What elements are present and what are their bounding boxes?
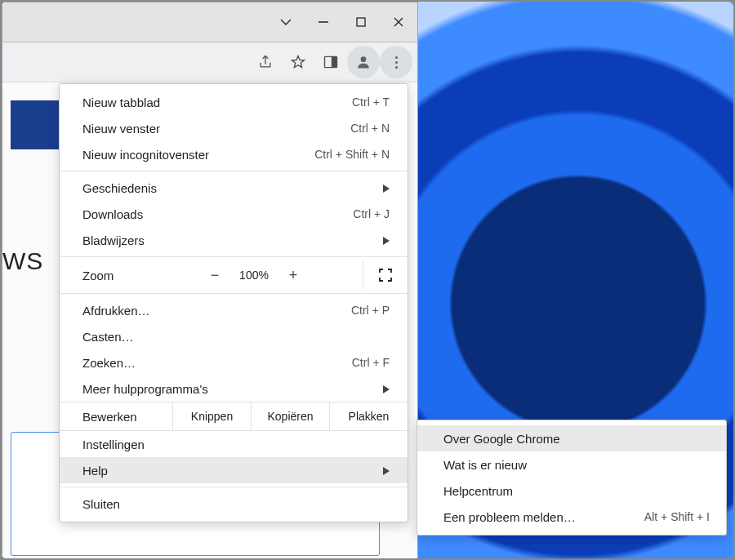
menu-item-find[interactable]: Zoeken… Ctrl + F xyxy=(60,349,408,376)
menu-label: Instellingen xyxy=(82,438,390,451)
submenu-arrow-icon xyxy=(383,233,390,247)
page-text-fragment: WS xyxy=(2,247,43,275)
menu-shortcut: Alt + Shift + I xyxy=(644,510,710,523)
menu-label: Downloads xyxy=(82,207,353,221)
window-title-bar xyxy=(2,2,417,42)
menu-label: Geschiedenis xyxy=(82,181,383,195)
menu-item-new-incognito[interactable]: Nieuw incognitovenster Ctrl + Shift + N xyxy=(60,141,408,167)
menu-item-settings[interactable]: Instellingen xyxy=(60,431,408,457)
submenu-item-about-chrome[interactable]: Over Google Chrome xyxy=(417,425,726,451)
menu-item-edit-row: Bewerken Knippen Kopiëren Plakken xyxy=(60,402,408,431)
fullscreen-button[interactable] xyxy=(363,260,408,290)
svg-marker-4 xyxy=(292,56,305,68)
menu-label: Bladwijzers xyxy=(82,233,383,247)
menu-item-exit[interactable]: Sluiten xyxy=(60,491,408,517)
edit-cut-button[interactable]: Knippen xyxy=(172,402,251,430)
menu-label: Bewerken xyxy=(60,402,172,430)
profile-avatar-icon[interactable] xyxy=(347,46,380,78)
menu-label: Meer hulpprogramma's xyxy=(82,382,383,396)
menu-item-downloads[interactable]: Downloads Ctrl + J xyxy=(60,201,408,227)
submenu-arrow-icon xyxy=(383,382,390,396)
menu-label: Wat is er nieuw xyxy=(443,458,710,472)
zoom-out-button[interactable]: − xyxy=(198,267,231,284)
edit-paste-button[interactable]: Plakken xyxy=(329,402,408,430)
bookmark-star-icon[interactable] xyxy=(282,46,314,78)
window-close-button[interactable] xyxy=(380,2,417,42)
menu-shortcut: Ctrl + P xyxy=(351,304,390,317)
submenu-arrow-icon xyxy=(383,181,390,195)
page-header-fragment xyxy=(11,100,60,149)
menu-item-new-window[interactable]: Nieuw venster Ctrl + N xyxy=(60,115,408,141)
browser-toolbar xyxy=(2,42,417,82)
menu-label: Help xyxy=(82,464,383,478)
svg-point-7 xyxy=(361,56,367,62)
menu-item-more-tools[interactable]: Meer hulpprogramma's xyxy=(60,376,408,402)
menu-label: Casten… xyxy=(82,330,390,344)
chrome-main-menu: Nieuw tabblad Ctrl + T Nieuw venster Ctr… xyxy=(59,83,408,522)
menu-shortcut: Ctrl + F xyxy=(352,356,390,369)
menu-separator xyxy=(60,487,408,487)
zoom-in-button[interactable]: + xyxy=(277,267,310,284)
zoom-value: 100% xyxy=(231,269,277,282)
svg-rect-6 xyxy=(332,56,337,67)
menu-label: Nieuw venster xyxy=(82,122,350,136)
menu-label: Een probleem melden… xyxy=(443,510,644,524)
menu-item-history[interactable]: Geschiedenis xyxy=(60,175,408,201)
menu-shortcut: Ctrl + Shift + N xyxy=(314,148,390,161)
menu-label: Helpcentrum xyxy=(443,484,710,498)
menu-shortcut: Ctrl + N xyxy=(350,122,390,135)
svg-marker-8 xyxy=(383,184,390,193)
menu-label: Nieuw tabblad xyxy=(82,96,352,109)
svg-marker-9 xyxy=(383,237,390,245)
submenu-item-help-center[interactable]: Helpcentrum xyxy=(417,478,726,504)
menu-label: Afdrukken… xyxy=(82,304,351,318)
submenu-item-whats-new[interactable]: Wat is er nieuw xyxy=(417,451,726,478)
menu-shortcut: Ctrl + T xyxy=(352,96,390,109)
svg-marker-11 xyxy=(383,467,390,475)
menu-label: Zoeken… xyxy=(82,356,352,370)
help-submenu: Over Google Chrome Wat is er nieuw Helpc… xyxy=(416,420,727,536)
window-maximize-button[interactable] xyxy=(342,2,380,42)
menu-label: Sluiten xyxy=(82,497,390,511)
menu-label: Over Google Chrome xyxy=(443,432,710,446)
menu-separator xyxy=(60,171,408,171)
menu-label: Nieuw incognitovenster xyxy=(82,148,314,162)
tab-search-button[interactable] xyxy=(267,2,305,42)
menu-item-cast[interactable]: Casten… xyxy=(60,323,408,349)
share-icon[interactable] xyxy=(249,46,282,78)
window-minimize-button[interactable] xyxy=(305,2,342,42)
edit-copy-button[interactable]: Kopiëren xyxy=(251,402,329,430)
submenu-item-report-issue[interactable]: Een probleem melden… Alt + Shift + I xyxy=(417,504,726,530)
menu-item-zoom: Zoom − 100% + xyxy=(60,260,408,290)
menu-item-bookmarks[interactable]: Bladwijzers xyxy=(60,227,408,253)
menu-separator xyxy=(60,293,408,294)
menu-item-new-tab[interactable]: Nieuw tabblad Ctrl + T xyxy=(60,89,408,115)
chrome-menu-button[interactable] xyxy=(380,46,412,78)
menu-shortcut: Ctrl + J xyxy=(353,207,390,220)
svg-marker-10 xyxy=(383,385,390,393)
menu-item-print[interactable]: Afdrukken… Ctrl + P xyxy=(60,297,408,323)
desktop-wallpaper: WS Nieuw tabblad Ctrl + T Nieuw venster … xyxy=(2,2,733,558)
side-panel-icon[interactable] xyxy=(314,46,347,78)
submenu-arrow-icon xyxy=(383,464,390,478)
menu-separator xyxy=(60,256,408,257)
svg-rect-1 xyxy=(357,18,365,26)
menu-label: Zoom xyxy=(82,269,198,282)
menu-item-help[interactable]: Help xyxy=(60,457,408,483)
